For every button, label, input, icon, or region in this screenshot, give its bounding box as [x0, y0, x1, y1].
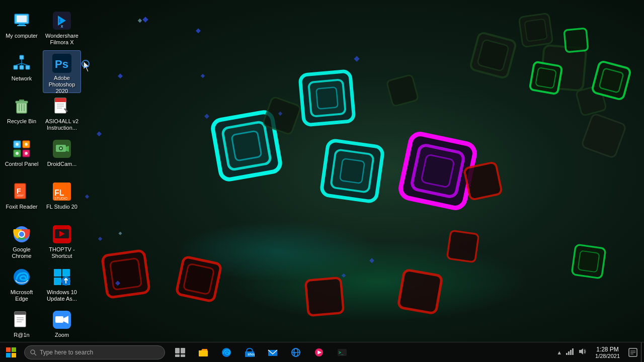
svg-rect-3: [211, 111, 281, 180]
svg-text:STUDIO: STUDIO: [54, 197, 68, 200]
icon-label: Microsoft Edge: [5, 289, 39, 302]
desktop: My computer X Wondershare Filmora X: [0, 0, 644, 342]
svg-rect-40: [196, 28, 201, 33]
icon-label: Zoom: [55, 332, 69, 338]
svg-rect-25: [592, 61, 631, 100]
desktop-icon-chrome[interactable]: Google Chrome: [3, 221, 41, 264]
icon-label: ASIO4ALL v2 Instruction...: [45, 118, 79, 131]
clock[interactable]: 1:28 PM 1/28/2021: [590, 342, 625, 363]
desktop-icon-droidcam[interactable]: DroidCam...: [43, 136, 81, 178]
desktop-icon-photoshop[interactable]: Ps Adobe Photoshop 2020: [43, 50, 81, 93]
desktop-icon-network[interactable]: Network: [3, 50, 41, 93]
taskbar-edge[interactable]: [215, 342, 237, 363]
desktop-icon-edge[interactable]: Microsoft Edge: [3, 264, 41, 307]
svg-rect-28: [578, 251, 600, 273]
taskbar-file-explorer[interactable]: [192, 342, 214, 363]
desktop-icon-my-computer[interactable]: My computer: [3, 8, 41, 50]
asio4all-icon: [52, 96, 72, 116]
svg-rect-137: [175, 354, 180, 357]
icon-label: Control Panel: [5, 161, 39, 167]
filmora-icon: X: [52, 11, 72, 31]
svg-rect-44: [97, 131, 102, 136]
svg-rect-42: [118, 73, 123, 78]
show-desktop-button[interactable]: [641, 342, 644, 363]
start-button[interactable]: [0, 342, 22, 363]
desktop-icon-foxit[interactable]: F Foxit Reader: [3, 178, 41, 221]
taskbar-pinned-icons: shop e: [169, 342, 353, 363]
taskbar-ie[interactable]: e: [285, 342, 307, 363]
svg-rect-66: [20, 65, 24, 69]
svg-rect-75: [16, 101, 28, 103]
desktop-icon-asio4all[interactable]: ASIO4ALL v2 Instruction...: [43, 93, 81, 136]
svg-text:>_: >_: [339, 350, 344, 355]
svg-rect-51: [354, 56, 359, 61]
tray-speaker-icon[interactable]: [577, 346, 587, 358]
svg-rect-10: [308, 79, 346, 117]
thoptv-icon: [52, 224, 72, 244]
svg-text:X: X: [61, 25, 63, 28]
svg-rect-16: [477, 39, 509, 71]
taskbar-mail[interactable]: [262, 342, 284, 363]
svg-rect-117: [54, 278, 61, 285]
svg-rect-76: [19, 100, 24, 101]
zoom-icon: [52, 310, 72, 330]
desktop-icon-thoptv[interactable]: THOPTV - Shortcut: [43, 221, 81, 264]
svg-rect-127: [55, 316, 63, 323]
droidcam-icon: [52, 139, 72, 159]
photoshop-icon: Ps: [52, 54, 72, 73]
svg-rect-39: [142, 17, 148, 22]
svg-rect-7: [331, 149, 374, 193]
svg-rect-49: [369, 258, 374, 263]
svg-rect-122: [15, 312, 26, 315]
desktop-icon-filmora[interactable]: X Wondershare Filmora X: [43, 8, 81, 50]
svg-rect-154: [570, 350, 572, 355]
desktop-icon-fl-studio[interactable]: FL STUDIO FL Studio 20: [43, 178, 81, 221]
svg-rect-34: [398, 269, 442, 314]
svg-rect-43: [201, 74, 205, 78]
desktop-icon-zoom[interactable]: Zoom: [43, 307, 81, 342]
svg-rect-35: [464, 162, 502, 200]
taskbar-task-view[interactable]: [169, 342, 191, 363]
edge-icon: [12, 267, 32, 287]
icon-label: Foxit Reader: [6, 204, 38, 210]
svg-line-69: [16, 63, 22, 65]
svg-rect-5: [231, 131, 262, 161]
svg-rect-136: [181, 348, 185, 353]
tray-chevron-icon[interactable]: ▲: [555, 348, 563, 356]
svg-rect-67: [26, 65, 30, 69]
svg-rect-53: [278, 112, 282, 116]
desktop-icon-recycle-bin[interactable]: Recycle Bin: [3, 93, 41, 136]
icon-label: THOPTV - Shortcut: [45, 246, 79, 259]
svg-rect-22: [530, 62, 562, 95]
svg-rect-0: [0, 0, 644, 342]
svg-rect-50: [342, 274, 346, 278]
desktop-icon-r1n[interactable]: R@1n: [3, 307, 41, 342]
desktop-icon-control-panel[interactable]: Control Panel: [3, 136, 41, 178]
desktop-icon-win10update[interactable]: Windows 10 Update As...: [43, 264, 81, 307]
icon-label: Google Chrome: [5, 246, 39, 259]
desktop-icons: My computer X Wondershare Filmora X: [0, 5, 86, 342]
svg-rect-131: [6, 353, 11, 357]
svg-rect-19: [540, 45, 586, 90]
icon-label: Network: [12, 75, 32, 82]
taskbar-media[interactable]: [308, 342, 330, 363]
svg-rect-33: [305, 278, 344, 316]
icon-label: Windows 10 Update As...: [45, 289, 79, 302]
fl-studio-icon: FL STUDIO: [52, 182, 72, 202]
svg-rect-45: [85, 195, 89, 199]
svg-rect-65: [14, 65, 18, 69]
tray-network-icon[interactable]: [565, 347, 575, 357]
svg-rect-52: [204, 114, 209, 119]
svg-rect-29: [102, 250, 150, 298]
notification-center-button[interactable]: [625, 342, 641, 363]
search-bar[interactable]: Type here to search: [24, 345, 165, 359]
taskbar-store[interactable]: shop: [238, 342, 261, 363]
icon-label: DroidCam...: [47, 161, 77, 167]
system-tray: ▲: [552, 346, 590, 358]
svg-text:e: e: [293, 350, 296, 355]
clock-time: 1:28 PM: [596, 346, 619, 353]
taskbar-terminal[interactable]: >_: [331, 342, 353, 363]
network-icon: [12, 53, 32, 73]
svg-marker-156: [579, 348, 583, 354]
svg-marker-96: [66, 146, 69, 152]
